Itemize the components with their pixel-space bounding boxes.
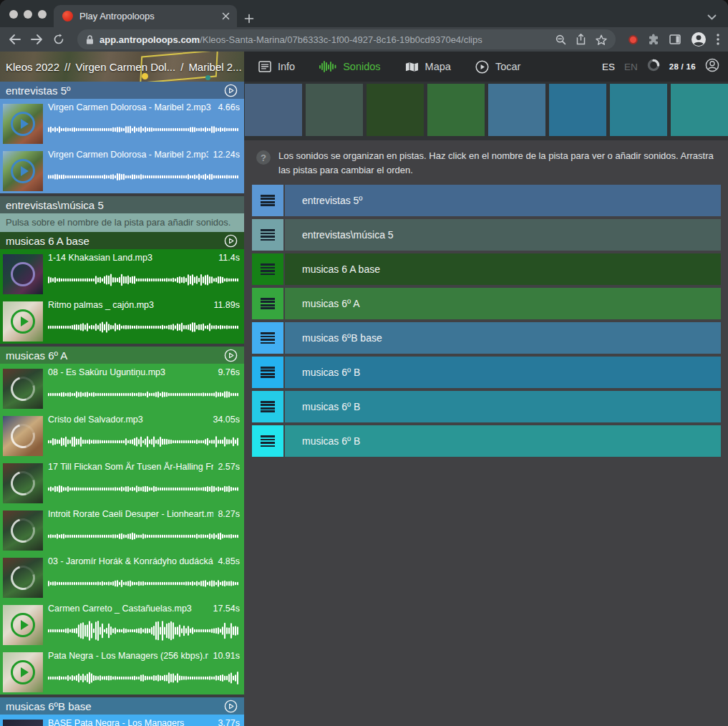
- account-icon[interactable]: [705, 58, 719, 75]
- browser-tab[interactable]: Play Antropoloops: [54, 5, 237, 27]
- track-name-bar[interactable]: musicas 6º B: [285, 425, 721, 457]
- track-color-swatch[interactable]: [549, 84, 606, 136]
- clip-item[interactable]: Virgen Carmen Dolorosa - Maribel 2.mp34.…: [3, 102, 241, 146]
- clip-thumbnail[interactable]: [3, 605, 43, 645]
- play-button-overlay-icon[interactable]: [11, 660, 35, 684]
- track-drag-handle[interactable]: [252, 357, 283, 388]
- reload-button[interactable]: [53, 34, 64, 45]
- clip-item[interactable]: 08 - Es Sakūru Uguntiņu.mp39.76s: [3, 367, 241, 411]
- sidebar-track-title[interactable]: musicas 6ºB base: [6, 700, 224, 712]
- extensions-puzzle-icon[interactable]: [648, 34, 659, 45]
- lang-en-button[interactable]: EN: [624, 62, 638, 72]
- play-button-overlay-icon[interactable]: [11, 159, 35, 183]
- clip-item[interactable]: Virgen Carmen Dolorosa - Maribel 2.mp312…: [3, 149, 241, 193]
- back-button[interactable]: [9, 34, 21, 44]
- new-tab-button[interactable]: [244, 14, 254, 24]
- browser-menu-icon[interactable]: [717, 34, 719, 45]
- breadcrumb-link[interactable]: Kleos 2022: [6, 61, 59, 73]
- track-drag-handle[interactable]: [252, 185, 283, 216]
- breadcrumb-separator: /: [180, 61, 183, 73]
- sidebar-track-title[interactable]: musicas 6º A: [6, 349, 224, 362]
- track-name-bar[interactable]: entrevistas\música 5: [285, 219, 721, 251]
- breadcrumb-link[interactable]: Maribel 2...: [188, 61, 241, 73]
- tab-search-chevron-icon[interactable]: [707, 14, 717, 20]
- clip-thumbnail[interactable]: [3, 558, 43, 598]
- track-drag-handle[interactable]: [252, 219, 283, 251]
- sidebar-track-header[interactable]: musicas 6 A base: [0, 232, 244, 249]
- clip-item[interactable]: Pata Negra - Los Managers (256 kbps).mp3…: [3, 650, 241, 694]
- clip-thumbnail[interactable]: [3, 104, 43, 144]
- sidebar-track-title[interactable]: entrevistas\música 5: [6, 199, 238, 211]
- clip-item[interactable]: Ritmo palmas _ cajón.mp311.89s: [3, 299, 241, 344]
- track-name-bar[interactable]: musicas 6 A base: [285, 253, 721, 285]
- zoom-page-icon[interactable]: [555, 34, 566, 45]
- track-color-swatch[interactable]: [427, 84, 485, 136]
- clip-thumbnail[interactable]: [3, 652, 43, 692]
- clip-thumbnail[interactable]: [3, 151, 43, 191]
- record-extension-icon[interactable]: [628, 35, 638, 44]
- tab-sonidos[interactable]: Sonidos: [319, 61, 380, 72]
- play-button-overlay-icon[interactable]: [11, 613, 35, 637]
- clip-item[interactable]: 03 - Jaromír Horák & Konrádyho dudácká .…: [3, 556, 241, 600]
- clip-thumbnail[interactable]: [3, 416, 43, 456]
- forward-button[interactable]: [31, 34, 43, 44]
- track-play-button[interactable]: [224, 234, 238, 248]
- clip-item[interactable]: BASE Pata Negra - Los Managers3.77s: [3, 717, 241, 726]
- sidebar-track-title[interactable]: musicas 6 A base: [6, 235, 224, 247]
- track-drag-handle[interactable]: [252, 391, 283, 422]
- track-play-button[interactable]: [224, 349, 238, 362]
- sidebar-track-header[interactable]: entrevistas\música 5: [0, 196, 244, 213]
- sidebar-track-title[interactable]: entrevistas 5º: [6, 84, 224, 97]
- breadcrumb-link[interactable]: Virgen Carmen Dol...: [75, 61, 175, 73]
- sidebar-track-header[interactable]: musicas 6ºB base: [0, 697, 244, 715]
- sidebar-track-header[interactable]: entrevistas 5º: [0, 82, 244, 99]
- clip-thumbnail[interactable]: [3, 369, 43, 409]
- clip-item[interactable]: Introit Rorate Caeli Desuper - Lionheart…: [3, 508, 241, 553]
- track-color-swatch[interactable]: [671, 84, 728, 136]
- nav-label: Sonidos: [343, 61, 380, 72]
- share-icon[interactable]: [576, 34, 586, 45]
- address-bar[interactable]: app.antropoloops.com/Kleos-Santa-Marina/…: [77, 29, 616, 49]
- clip-item[interactable]: 17 Till Flickan Som Är Tusen År-Halling …: [3, 461, 241, 505]
- tab-mapa[interactable]: Mapa: [405, 61, 451, 72]
- clip-thumbnail[interactable]: [3, 463, 43, 503]
- track-name-bar[interactable]: entrevistas 5º: [285, 185, 721, 216]
- track-drag-handle[interactable]: [252, 288, 283, 319]
- clip-thumbnail[interactable]: [3, 720, 43, 726]
- play-button-overlay-icon[interactable]: [11, 309, 35, 334]
- side-panel-icon[interactable]: [669, 34, 681, 44]
- track-color-swatch[interactable]: [306, 84, 363, 136]
- tab-info[interactable]: Info: [258, 61, 295, 72]
- clip-item[interactable]: 1-14 Khakasian Land.mp311.4s: [3, 252, 241, 296]
- track-name-bar[interactable]: musicas 6ºB base: [285, 322, 721, 354]
- tab-tocar[interactable]: Tocar: [475, 60, 520, 74]
- clip-item[interactable]: Cristo del Salvador.mp334.05s: [3, 414, 241, 458]
- track-color-swatch[interactable]: [367, 84, 424, 136]
- track-color-swatch[interactable]: [488, 84, 545, 136]
- profile-avatar-icon[interactable]: [691, 32, 707, 47]
- track-name-bar[interactable]: musicas 6º B: [285, 357, 721, 388]
- clip-thumbnail[interactable]: [3, 254, 43, 294]
- window-close-button[interactable]: [9, 10, 18, 19]
- clip-thumbnail[interactable]: [3, 301, 43, 342]
- track-drag-handle[interactable]: [252, 322, 283, 354]
- lang-es-button[interactable]: ES: [602, 62, 615, 72]
- play-button-overlay-icon[interactable]: [11, 112, 35, 136]
- track-play-button[interactable]: [224, 84, 238, 97]
- bookmark-star-icon[interactable]: [596, 34, 607, 45]
- clip-waveform-wrap: [48, 614, 240, 647]
- track-play-button[interactable]: [224, 700, 238, 713]
- track-color-swatch[interactable]: [245, 84, 302, 136]
- track-drag-handle[interactable]: [252, 425, 283, 457]
- tab-close-icon[interactable]: [222, 12, 230, 20]
- clip-thumbnail[interactable]: [3, 510, 43, 551]
- track-drag-handle[interactable]: [252, 253, 283, 285]
- sidebar-track-header[interactable]: musicas 6º A: [0, 347, 244, 364]
- clip-item[interactable]: Carmen Carreto _ Castañuelas.mp317.54s: [3, 603, 241, 647]
- window-minimize-button[interactable]: [24, 10, 32, 19]
- loading-ring-icon: [6, 372, 39, 405]
- window-zoom-button[interactable]: [38, 10, 47, 19]
- track-name-bar[interactable]: musicas 6º B: [285, 391, 721, 422]
- track-color-swatch[interactable]: [610, 84, 667, 136]
- track-name-bar[interactable]: musicas 6º A: [285, 288, 721, 319]
